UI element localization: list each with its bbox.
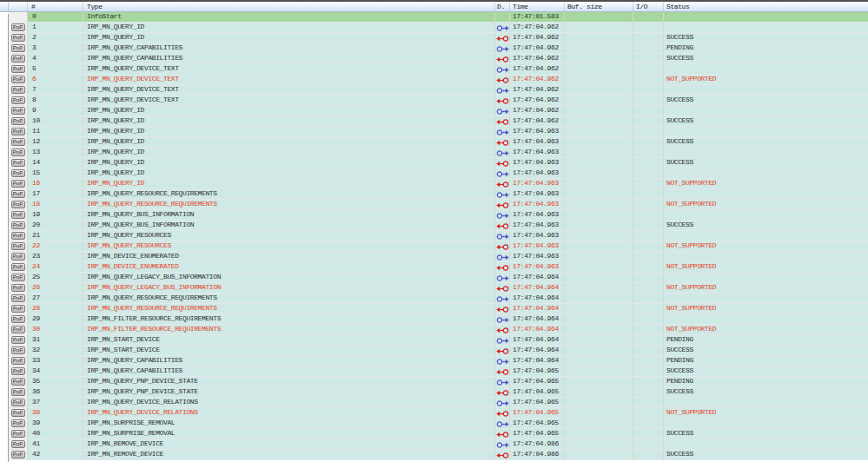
direction-down-icon <box>496 129 509 136</box>
trace-row[interactable]: PnP20IRP_MN_QUERY_BUS_INFORMATION17:47:0… <box>9 221 868 231</box>
direction-cell <box>495 64 510 74</box>
trace-row[interactable]: PnP31IRP_MN_START_DEVICE17:47:04.964PEND… <box>9 335 868 346</box>
row-number-cell: 21 <box>28 231 83 241</box>
io-cell <box>633 325 664 334</box>
trace-row[interactable]: PnP19IRP_MN_QUERY_BUS_INFORMATION17:47:0… <box>9 210 868 221</box>
trace-row[interactable]: PnP37IRP_MN_QUERY_DEVICE_RELATIONS17:47:… <box>9 398 868 408</box>
column-header-time[interactable]: Time <box>510 2 565 11</box>
time-cell: 17:47:04.962 <box>510 96 565 105</box>
row-icon-cell <box>9 12 28 22</box>
trace-row[interactable]: PnP5IRP_MN_QUERY_DEVICE_TEXT17:47:04.962 <box>9 64 868 75</box>
time-cell: 17:47:04.963 <box>510 231 565 241</box>
trace-row[interactable]: PnP24IRP_MN_DEVICE_ENUMERATED17:47:04.96… <box>9 262 868 273</box>
trace-row[interactable]: PnP25IRP_MN_QUERY_LEGACY_BUS_INFORMATION… <box>9 273 868 283</box>
column-header-direction[interactable]: D. <box>495 2 510 11</box>
row-icon-cell: PnP <box>9 127 28 136</box>
column-header-buf-size[interactable]: Buf. size <box>565 2 633 11</box>
direction-up-icon <box>496 97 509 105</box>
row-number-cell: 10 <box>28 116 83 126</box>
time-cell: 17:47:04.965 <box>510 429 565 439</box>
buffer-size-cell <box>565 23 633 32</box>
trace-row[interactable]: PnP10IRP_MN_QUERY_ID17:47:04.962SUCCESS <box>9 116 868 127</box>
time-cell: 17:47:04.963 <box>510 137 565 147</box>
trace-row[interactable]: PnP9IRP_MN_QUERY_ID17:47:04.962 <box>9 106 868 116</box>
io-cell <box>633 273 664 282</box>
trace-row[interactable]: PnP17IRP_MN_QUERY_RESOURCE_REQUIREMENTS1… <box>9 189 868 200</box>
io-cell <box>633 450 664 459</box>
row-icon-cell: PnP <box>9 189 28 199</box>
row-number-cell: 39 <box>28 419 83 428</box>
direction-up-icon <box>496 389 509 397</box>
row-number-cell: 22 <box>28 241 83 251</box>
direction-cell <box>495 12 510 22</box>
io-cell <box>633 262 664 272</box>
column-header-status[interactable]: Status <box>664 2 868 11</box>
row-number-cell: 37 <box>28 398 83 407</box>
io-cell <box>633 314 664 324</box>
buffer-size-cell <box>565 168 633 178</box>
buffer-size-cell <box>565 85 633 95</box>
row-number-cell: 31 <box>28 335 83 345</box>
type-cell: IRP_MN_QUERY_CAPABILITIES <box>83 43 495 53</box>
pnp-icon: PnP <box>11 65 25 73</box>
buffer-size-cell <box>565 366 633 376</box>
trace-row[interactable]: PnP3IRP_MN_QUERY_CAPABILITIES17:47:04.96… <box>9 43 868 54</box>
trace-row[interactable]: PnP30IRP_MN_FILTER_RESOURCE_REQUIREMENTS… <box>9 325 868 335</box>
direction-down-icon <box>496 420 509 428</box>
trace-row[interactable]: PnP26IRP_MN_QUERY_LEGACY_BUS_INFORMATION… <box>9 283 868 294</box>
trace-row[interactable]: PnP29IRP_MN_FILTER_RESOURCE_REQUIREMENTS… <box>9 314 868 325</box>
trace-row[interactable]: PnP21IRP_MN_QUERY_RESOURCES17:47:04.963 <box>9 231 868 241</box>
trace-row[interactable]: PnP34IRP_MN_QUERY_CAPABILITIES17:47:04.9… <box>9 366 868 377</box>
type-cell: IRP_MN_QUERY_DEVICE_TEXT <box>83 96 495 105</box>
trace-row[interactable]: PnP1IRP_MN_QUERY_ID17:47:04.962 <box>9 23 868 33</box>
trace-row[interactable]: 0InfoStart17:47:01.583 <box>9 12 868 23</box>
trace-row[interactable]: PnP38IRP_MN_QUERY_DEVICE_RELATIONS17:47:… <box>9 408 868 419</box>
trace-row[interactable]: PnP28IRP_MN_QUERY_RESOURCE_REQUIREMENTS1… <box>9 304 868 314</box>
pnp-icon: PnP <box>11 399 25 406</box>
column-header-number[interactable]: # <box>28 2 83 11</box>
trace-row[interactable]: PnP42IRP_MN_REMOVE_DEVICE17:47:04.986SUC… <box>9 450 868 460</box>
trace-row[interactable]: PnP41IRP_MN_REMOVE_DEVICE17:47:04.986 <box>9 439 868 450</box>
trace-row[interactable]: PnP23IRP_MN_DEVICE_ENUMERATED17:47:04.96… <box>9 252 868 262</box>
trace-row[interactable]: PnP14IRP_MN_QUERY_ID17:47:04.963SUCCESS <box>9 158 868 168</box>
trace-row[interactable]: PnP36IRP_MN_QUERY_PNP_DEVICE_STATE17:47:… <box>9 387 868 398</box>
buffer-size-cell <box>565 419 633 428</box>
time-cell: 17:47:04.962 <box>510 64 565 74</box>
trace-row[interactable]: PnP11IRP_MN_QUERY_ID17:47:04.963 <box>9 127 868 137</box>
status-cell <box>664 168 868 178</box>
trace-row[interactable]: PnP12IRP_MN_QUERY_ID17:47:04.963SUCCESS <box>9 137 868 148</box>
time-cell: 17:47:04.964 <box>510 283 565 293</box>
direction-up-icon <box>496 35 509 43</box>
trace-row[interactable]: PnP35IRP_MN_QUERY_PNP_DEVICE_STATE17:47:… <box>9 377 868 387</box>
direction-up-icon <box>496 222 509 230</box>
trace-row[interactable]: PnP39IRP_MN_SURPRISE_REMOVAL17:47:04.965 <box>9 419 868 429</box>
io-cell <box>633 168 664 178</box>
time-cell: 17:47:04.962 <box>510 75 565 84</box>
trace-row[interactable]: PnP33IRP_MN_QUERY_CAPABILITIES17:47:04.9… <box>9 356 868 366</box>
column-header-type[interactable]: Type <box>83 2 495 11</box>
trace-row[interactable]: PnP8IRP_MN_QUERY_DEVICE_TEXT17:47:04.962… <box>9 96 868 106</box>
row-number-cell: 35 <box>28 377 83 386</box>
trace-row[interactable]: PnP4IRP_MN_QUERY_CAPABILITIES17:47:04.96… <box>9 54 868 64</box>
time-cell: 17:47:04.964 <box>510 314 565 324</box>
direction-up-icon <box>496 56 509 63</box>
direction-up-icon <box>496 243 509 251</box>
type-cell: IRP_MN_QUERY_RESOURCE_REQUIREMENTS <box>83 294 495 303</box>
direction-up-icon <box>496 285 509 293</box>
trace-row[interactable]: PnP7IRP_MN_QUERY_DEVICE_TEXT17:47:04.962 <box>9 85 868 96</box>
trace-row[interactable]: PnP2IRP_MN_QUERY_ID17:47:04.962SUCCESS <box>9 33 868 43</box>
trace-row[interactable]: PnP18IRP_MN_QUERY_RESOURCE_REQUIREMENTS1… <box>9 200 868 210</box>
type-cell: IRP_MN_QUERY_DEVICE_RELATIONS <box>83 398 495 407</box>
trace-row[interactable]: PnP32IRP_MN_START_DEVICE17:47:04.964SUCC… <box>9 346 868 356</box>
io-cell <box>633 43 664 53</box>
trace-row[interactable]: PnP13IRP_MN_QUERY_ID17:47:04.963 <box>9 148 868 158</box>
trace-row[interactable]: PnP27IRP_MN_QUERY_RESOURCE_REQUIREMENTS1… <box>9 294 868 304</box>
trace-row[interactable]: PnP6IRP_MN_QUERY_DEVICE_TEXT17:47:04.962… <box>9 75 868 85</box>
trace-row[interactable]: PnP16IRP_MN_QUERY_ID17:47:04.963NOT_SUPP… <box>9 179 868 189</box>
trace-row[interactable]: PnP15IRP_MN_QUERY_ID17:47:04.963 <box>9 168 868 179</box>
column-header-io[interactable]: I/O <box>633 2 664 11</box>
trace-row[interactable]: PnP40IRP_MN_SURPRISE_REMOVAL17:47:04.965… <box>9 429 868 439</box>
type-cell: IRP_MN_FILTER_RESOURCE_REQUIREMENTS <box>83 325 495 334</box>
trace-row[interactable]: PnP22IRP_MN_QUERY_RESOURCES17:47:04.963N… <box>9 241 868 252</box>
row-number-cell: 32 <box>28 346 83 355</box>
